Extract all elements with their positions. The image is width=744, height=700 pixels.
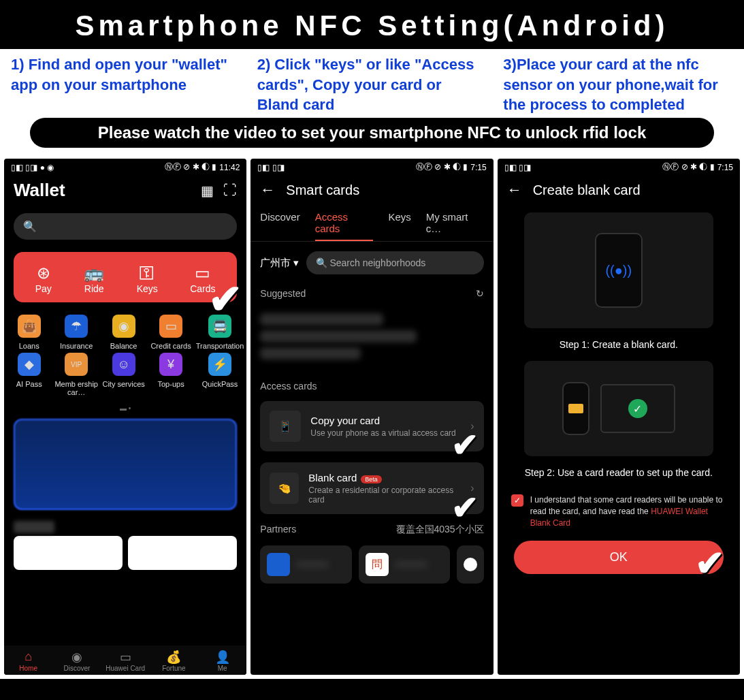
nav-huawei-card[interactable]: ▭Huawei Card — [101, 646, 150, 675]
chevron-right-icon: › — [470, 420, 474, 432]
step2-text: Step 2: Use a card reader to set up the … — [498, 463, 740, 482]
city-selector[interactable]: 广州市 ▾ — [260, 257, 299, 270]
page-title: Smartphone NFC Setting(Android) — [0, 0, 744, 49]
tab-discover[interactable]: Discover — [260, 206, 300, 241]
tabs-row: Discover Access cards Keys My smart c… — [250, 206, 493, 242]
grid-membership[interactable]: VIPMemb ership car… — [54, 353, 98, 396]
cards-button[interactable]: ▭Cards — [190, 263, 215, 294]
nav-fortune[interactable]: 💰Fortune — [150, 646, 198, 675]
ride-button[interactable]: 🚌Ride — [84, 263, 104, 294]
consent-row: ✓ I understand that some card readers wi… — [498, 482, 740, 535]
ok-button[interactable]: OK ✔ — [514, 541, 724, 574]
wallet-title: Wallet — [14, 180, 65, 201]
chevron-right-icon: › — [470, 482, 474, 494]
copy-card-option[interactable]: 📱 Copy your card Use your phone as a vir… — [260, 401, 483, 451]
grid-credit[interactable]: ▭Credit cards — [148, 315, 193, 350]
nfc-wave-icon: ((●)) — [605, 263, 632, 279]
blank-card-title: Blank cardBeta — [308, 472, 461, 483]
create-blank-title: Create blank card — [533, 182, 641, 198]
status-bar: ▯◧ ▯◨ ⓃⒻ ⊘ ✱ ◐ ▮ 7:15 — [498, 159, 740, 174]
consent-text: I understand that some card readers will… — [530, 494, 726, 528]
partner-3[interactable] — [457, 545, 484, 584]
phone-create-blank: ▯◧ ▯◨ ⓃⒻ ⊘ ✱ ◐ ▮ 7:15 ← Create blank car… — [498, 159, 740, 675]
partner-1[interactable] — [260, 545, 351, 584]
blank-card-option[interactable]: 🤏 Blank cardBeta Create a residential or… — [260, 462, 483, 514]
hand-card-icon: 🤏 — [270, 473, 299, 504]
bottom-card-1[interactable] — [14, 536, 123, 570]
pay-button[interactable]: ⊛Pay — [35, 263, 52, 294]
instruction-1: 1) Find and open your "wallet" app on yo… — [4, 54, 248, 115]
status-left: ▯◧ ▯◨ — [257, 163, 284, 172]
status-right: ⓃⒻ ⊘ ✱ ◐ ▮ 11:42 — [165, 161, 240, 173]
step1-text: Step 1: Create a blank card. — [498, 335, 740, 354]
grid-city[interactable]: ☺City services — [101, 353, 146, 396]
grid-insurance[interactable]: ☂Insurance — [54, 315, 98, 350]
phone-wallet: ▯◧ ▯◨ ● ◉ ⓃⒻ ⊘ ✱ ◐ ▮ 11:42 Wallet ▦ ⛶ 🔍 … — [4, 159, 246, 675]
back-button[interactable]: ← — [260, 181, 275, 199]
quick-actions: ⊛Pay 🚌Ride ⚿Keys ▭Cards ✔ — [14, 252, 237, 302]
access-cards-label: Access cards — [260, 381, 317, 392]
tab-access-cards[interactable]: Access cards — [315, 206, 374, 241]
back-button[interactable]: ← — [507, 181, 522, 199]
grid-aipass[interactable]: ◆AI Pass — [7, 353, 51, 396]
keys-button[interactable]: ⚿Keys — [137, 263, 158, 294]
partners-label: Partners — [260, 524, 296, 536]
success-check-icon: ✓ — [628, 399, 647, 418]
status-left: ▯◧ ▯◨ — [504, 163, 531, 172]
bottom-nav: ⌂Home ◉Discover ▭Huawei Card 💰Fortune 👤M… — [4, 646, 246, 675]
status-bar: ▯◧ ▯◨ ⓃⒻ ⊘ ✱ ◐ ▮ 7:15 — [250, 159, 493, 174]
copy-card-title: Copy your card — [310, 415, 455, 426]
nav-home[interactable]: ⌂Home — [4, 646, 52, 675]
checkmark-icon: ✔ — [695, 543, 725, 584]
suggested-label: Suggested — [260, 288, 306, 299]
status-left: ▯◧ ▯◨ ● ◉ — [11, 163, 54, 172]
status-right: ⓃⒻ ⊘ ✱ ◐ ▮ 7:15 — [662, 161, 733, 173]
grid-loans[interactable]: 👜Loans — [7, 315, 51, 350]
grid-topups[interactable]: ¥Top-ups — [148, 353, 193, 396]
scan-icon[interactable]: ⛶ — [223, 182, 237, 199]
page-indicator: ▬ • — [4, 403, 246, 413]
grid-quickpass[interactable]: ⚡QuickPass — [196, 353, 244, 396]
qr-icon[interactable]: ▦ — [201, 182, 214, 199]
instructions-row: 1) Find and open your "wallet" app on yo… — [0, 49, 744, 121]
illustration-step2: ✓ — [524, 361, 713, 456]
video-banner: Please watch the video to set your smart… — [30, 118, 715, 148]
section-label-blurred — [14, 521, 54, 533]
instruction-3: 3)Place your card at the nfc sensor on y… — [496, 54, 740, 115]
phone-icon: 📱 — [270, 411, 301, 442]
partners-coverage: 覆盖全国4035个小区 — [396, 524, 484, 536]
status-right: ⓃⒻ ⊘ ✱ ◐ ▮ 7:15 — [416, 161, 487, 173]
smartcards-title: Smart cards — [286, 182, 359, 198]
phone-smartcards: ▯◧ ▯◨ ⓃⒻ ⊘ ✱ ◐ ▮ 7:15 ← Smart cards Disc… — [250, 159, 493, 675]
consent-checkbox[interactable]: ✓ — [511, 494, 523, 507]
instruction-2: 2) Click "keys" or like "Access cards", … — [250, 54, 494, 115]
grid-transport[interactable]: 🚍Transportation — [196, 315, 244, 350]
tab-mysmart[interactable]: My smart c… — [426, 206, 484, 241]
tab-keys[interactable]: Keys — [388, 206, 410, 241]
bottom-card-2[interactable] — [128, 536, 237, 570]
nav-me[interactable]: 👤Me — [198, 646, 246, 675]
search-input[interactable]: 🔍 — [14, 213, 237, 240]
illustration-step1: ((●)) — [524, 212, 713, 328]
status-bar: ▯◧ ▯◨ ● ◉ ⓃⒻ ⊘ ✱ ◐ ▮ 11:42 — [4, 159, 246, 174]
suggested-blurred — [250, 303, 493, 377]
refresh-icon[interactable]: ↻ — [476, 288, 484, 299]
grid-balance[interactable]: ◉Balance — [101, 315, 146, 350]
partner-2[interactable]: 問 — [359, 545, 450, 584]
card-preview[interactable] — [14, 419, 237, 510]
search-neighborhoods[interactable]: 🔍 Search neighborhoods — [306, 251, 484, 274]
blank-card-sub: Create a residential or corporate access… — [308, 486, 461, 505]
nav-discover[interactable]: ◉Discover — [52, 646, 101, 675]
copy-card-sub: Use your phone as a virtual access card — [310, 428, 455, 438]
